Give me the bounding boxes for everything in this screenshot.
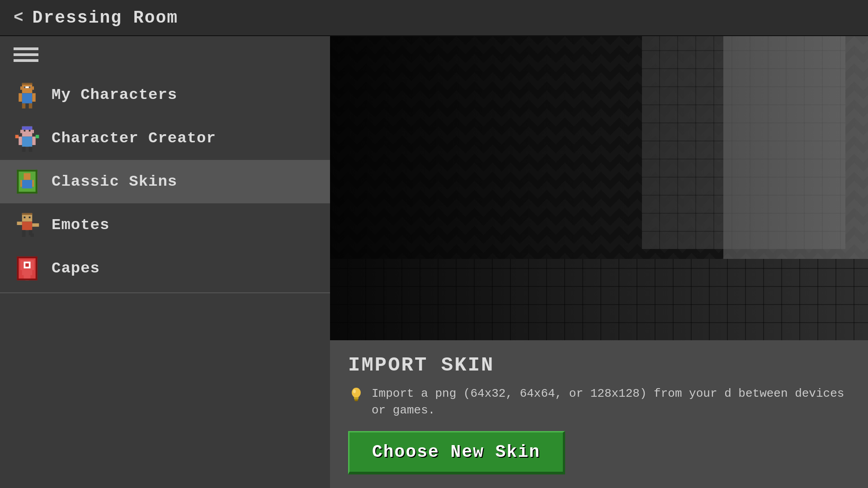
svg-rect-11 (22, 103, 26, 108)
info-icon (348, 386, 364, 403)
svg-rect-22 (22, 147, 26, 152)
sidebar-item-my-characters[interactable]: My Characters (0, 73, 330, 117)
svg-point-62 (353, 389, 356, 393)
svg-rect-56 (17, 257, 19, 281)
svg-rect-25 (36, 135, 39, 139)
svg-rect-10 (32, 93, 36, 102)
emotes-icon (14, 211, 41, 239)
sidebar-item-character-creator[interactable]: Character Creator (0, 117, 330, 160)
import-info-row: Import a png (64x32, 64x64, or 128x128) … (348, 385, 850, 418)
svg-rect-42 (32, 223, 39, 227)
character-creator-icon (14, 125, 41, 152)
svg-rect-35 (36, 170, 38, 194)
sidebar-item-my-characters-label: My Characters (52, 86, 177, 103)
svg-rect-61 (355, 400, 358, 401)
viewport-overlay (330, 36, 868, 340)
svg-rect-16 (32, 130, 34, 133)
sidebar-item-character-creator-label: Character Creator (52, 130, 216, 147)
svg-rect-20 (19, 136, 22, 145)
sidebar-item-classic-skins[interactable]: Classic Skins (0, 160, 330, 203)
viewport (330, 36, 868, 340)
svg-rect-24 (15, 135, 19, 139)
svg-rect-53 (25, 263, 29, 267)
svg-rect-18 (29, 130, 31, 131)
svg-rect-38 (24, 216, 26, 218)
svg-rect-43 (22, 230, 26, 237)
svg-rect-55 (17, 279, 38, 281)
hamburger-button[interactable] (0, 36, 330, 73)
svg-rect-19 (22, 136, 33, 147)
svg-rect-37 (22, 213, 33, 215)
svg-rect-1 (22, 83, 33, 85)
svg-rect-23 (29, 147, 33, 152)
svg-rect-29 (22, 180, 33, 188)
page-title: Dressing Room (33, 8, 178, 28)
svg-rect-57 (36, 257, 38, 281)
svg-rect-30 (20, 180, 22, 187)
svg-rect-41 (17, 222, 22, 225)
minecraft-background (330, 36, 868, 340)
svg-rect-40 (22, 222, 33, 230)
svg-rect-54 (17, 257, 38, 258)
sidebar-item-classic-skins-label: Classic Skins (52, 173, 177, 190)
svg-rect-8 (22, 93, 33, 103)
classic-skins-icon (14, 168, 41, 195)
svg-rect-39 (29, 216, 31, 218)
title-bar: < Dressing Room (0, 0, 868, 36)
my-characters-icon (14, 81, 41, 108)
svg-rect-59 (354, 397, 359, 399)
svg-rect-49 (22, 270, 33, 275)
import-skin-title: IMPORT SKIN (348, 354, 850, 376)
hamburger-line-3 (14, 59, 38, 62)
choose-new-skin-button[interactable]: Choose New Skin (348, 431, 565, 474)
hamburger-line-1 (14, 47, 38, 50)
back-button[interactable]: < (14, 9, 24, 27)
sidebar-item-emotes[interactable]: Emotes (0, 203, 330, 247)
svg-rect-2 (20, 86, 22, 90)
hamburger-line-2 (14, 53, 38, 56)
svg-rect-3 (32, 86, 34, 90)
svg-rect-31 (32, 180, 34, 187)
import-description: Import a png (64x32, 64x64, or 128x128) … (372, 385, 850, 418)
svg-rect-6 (24, 86, 26, 88)
svg-rect-32 (17, 170, 38, 172)
svg-rect-9 (19, 93, 22, 102)
sidebar-item-capes[interactable]: Capes (0, 247, 330, 290)
svg-rect-15 (20, 130, 22, 133)
sidebar: My Characters (0, 36, 330, 488)
svg-rect-45 (31, 234, 34, 237)
svg-rect-12 (29, 103, 33, 108)
svg-rect-21 (32, 136, 36, 145)
svg-rect-60 (354, 399, 358, 400)
sidebar-item-emotes-label: Emotes (52, 216, 109, 234)
svg-point-58 (352, 388, 361, 398)
sidebar-divider (0, 292, 330, 293)
svg-rect-14 (22, 127, 33, 130)
svg-rect-7 (29, 86, 31, 88)
svg-rect-34 (17, 170, 19, 194)
svg-rect-50 (24, 275, 31, 279)
svg-rect-33 (17, 192, 38, 194)
capes-icon (14, 255, 41, 282)
main-content: My Characters (0, 36, 868, 488)
svg-rect-17 (24, 130, 26, 131)
sidebar-item-capes-label: Capes (52, 260, 100, 277)
import-skin-panel: IMPORT SKIN Import a png (64x32, 64x64, … (330, 340, 868, 488)
right-panel: IMPORT SKIN Import a png (64x32, 64x64, … (330, 36, 868, 488)
svg-rect-28 (24, 173, 31, 180)
